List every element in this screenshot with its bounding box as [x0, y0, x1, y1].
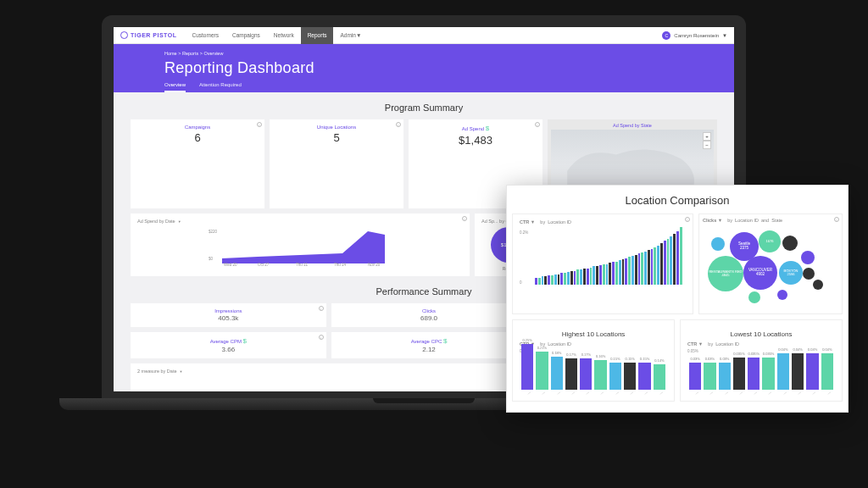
bar[interactable]: [619, 260, 621, 285]
bar[interactable]: [570, 271, 573, 285]
bar[interactable]: [680, 227, 682, 285]
bar[interactable]: [612, 262, 615, 285]
bar[interactable]: [551, 275, 554, 285]
chart-header[interactable]: Clicks ▼ by Location ID and State: [703, 218, 838, 223]
bar[interactable]: 0.17%—: [565, 358, 577, 396]
bar[interactable]: 0.25%—: [521, 344, 533, 396]
bar[interactable]: [603, 264, 605, 285]
bar[interactable]: [554, 274, 557, 285]
chart-header[interactable]: CTR ▼ by Location ID: [520, 219, 686, 225]
bubble[interactable]: [782, 236, 798, 251]
bar[interactable]: [625, 258, 627, 285]
bar[interactable]: 0.18%—: [551, 357, 563, 396]
bar[interactable]: [580, 269, 582, 285]
bar[interactable]: 0.035%—: [733, 358, 745, 396]
bar[interactable]: [538, 278, 541, 285]
info-icon[interactable]: i: [396, 122, 401, 127]
bar[interactable]: 0.03%—: [689, 363, 701, 396]
bar[interactable]: [654, 247, 656, 285]
info-icon[interactable]: i: [319, 335, 324, 340]
tab-overview[interactable]: Overview: [164, 82, 186, 92]
bar[interactable]: [583, 269, 586, 285]
bar[interactable]: [648, 250, 650, 285]
bar[interactable]: [664, 241, 666, 285]
info-icon[interactable]: i: [319, 306, 324, 311]
bubble[interactable]: 1676: [759, 230, 781, 252]
bar[interactable]: 0.03%—: [704, 363, 715, 396]
bar[interactable]: [644, 252, 647, 285]
bar[interactable]: [548, 275, 550, 285]
bar[interactable]: 0.21%—: [536, 352, 548, 396]
bar[interactable]: [606, 264, 609, 285]
bar[interactable]: 0.15%—: [624, 363, 636, 396]
bar[interactable]: [657, 246, 659, 285]
bubble[interactable]: [711, 237, 725, 251]
bar[interactable]: [628, 257, 631, 285]
bar[interactable]: [673, 234, 676, 285]
bar[interactable]: [632, 256, 634, 285]
bar[interactable]: [560, 273, 563, 285]
bubble[interactable]: [748, 291, 760, 303]
info-icon[interactable]: i: [535, 122, 540, 127]
bar[interactable]: [587, 269, 589, 285]
bar[interactable]: [676, 231, 679, 285]
bar[interactable]: 0.15%—: [609, 363, 621, 396]
bubble[interactable]: RESTAURANTS RED4845: [708, 256, 743, 291]
bar[interactable]: [667, 239, 670, 285]
bar[interactable]: 0.15%—: [638, 363, 650, 396]
bubble[interactable]: [813, 280, 823, 290]
tab-attention[interactable]: Attention Required: [199, 82, 242, 92]
bar[interactable]: [574, 271, 576, 285]
nav-network[interactable]: Network: [267, 27, 301, 44]
bar[interactable]: [670, 236, 672, 285]
bar[interactable]: [542, 276, 544, 285]
bar[interactable]: [596, 266, 598, 285]
bar[interactable]: [635, 255, 637, 285]
bar[interactable]: [593, 266, 595, 285]
nav-reports[interactable]: Reports: [301, 27, 334, 44]
nav-admin[interactable]: Admin ▼: [333, 27, 368, 44]
info-icon[interactable]: i: [462, 216, 467, 221]
bar[interactable]: [567, 272, 570, 285]
bar[interactable]: 0.04%—: [806, 353, 818, 396]
info-icon[interactable]: i: [257, 122, 262, 127]
nav-customers[interactable]: Customers: [186, 27, 225, 44]
chart-header[interactable]: CTR ▼ by Location ID: [687, 341, 835, 347]
bar[interactable]: 0.16%—: [594, 360, 606, 396]
breadcrumb[interactable]: Home > Reports > Overview: [164, 51, 683, 56]
map-zoom-out[interactable]: −: [703, 141, 711, 149]
bar[interactable]: [609, 263, 611, 285]
bar[interactable]: [558, 274, 560, 285]
brand-logo[interactable]: TIGER PISTOL: [120, 31, 177, 39]
map-zoom-in[interactable]: +: [703, 132, 711, 141]
bar[interactable]: 0.035%—: [748, 358, 760, 396]
bar[interactable]: [535, 278, 537, 285]
bubble[interactable]: BOSTON2596: [779, 261, 803, 285]
bubble[interactable]: [803, 268, 815, 280]
bar[interactable]: 0.04%—: [777, 353, 789, 396]
bar[interactable]: [622, 259, 625, 285]
bar[interactable]: [638, 253, 641, 285]
bar[interactable]: [599, 265, 602, 285]
bar[interactable]: 0.17%—: [580, 358, 592, 396]
bar[interactable]: [651, 249, 654, 285]
bar[interactable]: [544, 276, 547, 285]
nav-campaigns[interactable]: Campaigns: [225, 27, 267, 44]
bar[interactable]: 0.04%—: [792, 353, 804, 396]
bar[interactable]: 0.03%—: [719, 363, 731, 396]
bar[interactable]: [564, 273, 566, 285]
bar[interactable]: 0.035%—: [762, 358, 774, 396]
bar[interactable]: 0.04%—: [821, 353, 833, 396]
info-icon[interactable]: i: [685, 217, 690, 222]
bar[interactable]: 0.14%—: [654, 364, 665, 396]
bar[interactable]: [641, 252, 643, 285]
bubble[interactable]: [777, 290, 787, 300]
bubble[interactable]: VANCOUVER4902: [743, 256, 777, 290]
bar[interactable]: [576, 269, 579, 285]
bubble[interactable]: [801, 251, 815, 264]
bar[interactable]: [660, 243, 663, 285]
bar[interactable]: [590, 268, 593, 285]
bar[interactable]: [615, 262, 618, 285]
chart-header[interactable]: Ad Spend by Date ▼: [137, 219, 463, 224]
info-icon[interactable]: i: [834, 217, 839, 222]
